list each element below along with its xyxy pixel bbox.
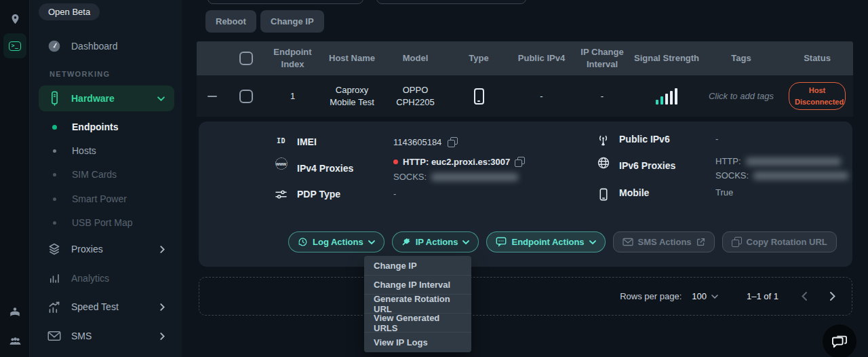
sidebar-item-speed-test[interactable]: Speed Test (39, 295, 174, 318)
sidebar-item-dashboard[interactable]: Dashboard (39, 35, 174, 58)
menu-item-view-ip-logs[interactable]: View IP Logs (364, 333, 471, 352)
bullet-dot-icon (53, 173, 56, 176)
mobile-phone-icon (474, 88, 484, 105)
col-tags[interactable]: Tags (701, 52, 781, 64)
globe-www-icon: www (272, 157, 290, 182)
terminal-icon[interactable]: >_ (3, 33, 26, 58)
pagination-range: 1–1 of 1 (747, 291, 778, 301)
cell-status: Host Disconnected (781, 82, 853, 110)
cell-host-name: Caproxy Mobile Test (320, 84, 384, 108)
team-icon[interactable] (0, 337, 30, 346)
sidebar-item-smart-power[interactable]: Smart Power (39, 187, 174, 210)
id-icon: ID (272, 136, 290, 147)
plug-icon (401, 238, 411, 247)
col-model[interactable]: Model (384, 52, 447, 64)
row-checkbox[interactable] (227, 90, 265, 103)
sidebar-item-label: USB Port Map (72, 217, 132, 228)
sms-actions-button[interactable]: SMS Actions (613, 231, 715, 252)
trend-chart-icon (47, 301, 62, 313)
detail-row-pdp-type: PDP Type - (272, 189, 564, 200)
http-proxy-value: HTTP: euc2.proxi.es:3007 (403, 157, 510, 167)
sidebar-item-hardware[interactable]: Hardware (39, 86, 174, 111)
mobile-phone-icon (594, 187, 612, 201)
chevron-down-icon (157, 96, 165, 101)
cell-endpoint-index: 1 (265, 90, 320, 102)
cell-type (447, 88, 511, 105)
endpoint-actions-button[interactable]: Endpoint Actions (486, 231, 605, 252)
ip-actions-button[interactable]: IP Actions (392, 231, 479, 252)
location-pin-icon[interactable] (0, 12, 30, 26)
col-public-ipv4[interactable]: Public IPv4 (511, 52, 572, 64)
select-all-checkbox[interactable] (227, 52, 265, 65)
app-root: >_ Open Beta Dashboard NETWORKING Hardwa… (0, 0, 868, 357)
col-signal-strength[interactable]: Signal Strength (632, 52, 701, 64)
previous-page-button[interactable] (802, 292, 807, 301)
button-label: SMS Actions (638, 237, 692, 247)
bullet-dot-icon (53, 198, 56, 201)
log-actions-button[interactable]: Log Actions (288, 231, 384, 252)
http-proxy-line: HTTP: euc2.proxi.es:3007 (393, 157, 525, 167)
button-label: Copy Rotation URL (747, 237, 827, 247)
sidebar-item-hosts[interactable]: Hosts (39, 139, 174, 162)
envelope-icon (623, 238, 633, 246)
redacted-value (746, 157, 841, 166)
table-header: Endpoint Index Host Name Model Type Publ… (197, 41, 853, 75)
col-type[interactable]: Type (447, 52, 511, 64)
sidebar-item-analytics[interactable]: Analytics (39, 267, 174, 290)
menu-item-change-ip-interval[interactable]: Change IP Interval (364, 276, 471, 295)
copy-icon[interactable] (515, 157, 525, 167)
add-tags-field[interactable]: Click to add tags (701, 90, 781, 102)
support-agent-icon[interactable] (0, 307, 30, 318)
cell-model: OPPO CPH2205 (384, 84, 447, 108)
hardware-icon (47, 91, 62, 106)
menu-item-change-ip[interactable]: Change IP (364, 257, 471, 276)
public-ipv6-value: - (715, 134, 718, 147)
detail-label: IPv6 Proxies (612, 156, 715, 181)
col-host-name[interactable]: Host Name (320, 52, 384, 64)
col-endpoint-index[interactable]: Endpoint Index (265, 46, 320, 70)
sidebar-item-sim-cards[interactable]: SIM Cards (39, 163, 174, 186)
sidebar-item-proxies[interactable]: Proxies (39, 238, 174, 261)
cell-ip-change-interval: - (572, 90, 632, 102)
imei-value: 1143605184 (393, 137, 441, 147)
collapse-row-button[interactable] (197, 96, 227, 97)
detail-label: PDP Type (290, 189, 393, 200)
next-page-button[interactable] (830, 292, 835, 301)
clock-history-icon (298, 237, 308, 247)
copy-icon[interactable] (448, 137, 458, 147)
sidebar-item-endpoints[interactable]: Endpoints (39, 115, 174, 138)
sidebar-item-label: Hardware (71, 93, 115, 104)
filter-input[interactable] (376, 0, 526, 4)
action-buttons-row: Log Actions IP Actions Endpoint Actions (288, 231, 837, 252)
chat-bubbles-icon (831, 334, 848, 349)
rows-per-page-select[interactable]: 100 (692, 291, 718, 301)
button-label: Endpoint Actions (511, 237, 584, 247)
table-row: 1 Caproxy Mobile Test OPPO CPH2205 - - C… (197, 75, 853, 117)
menu-item-generate-rotation-url[interactable]: Generate Rotation URL (364, 295, 471, 314)
table-footer: Rows per page: 100 1–1 of 1 (199, 277, 852, 316)
filter-input[interactable] (208, 0, 363, 4)
detail-label: Mobile (612, 187, 715, 201)
chevron-down-icon (462, 240, 469, 244)
offline-dot-icon (393, 159, 398, 164)
sidebar-item-label: SIM Cards (72, 169, 117, 180)
sidebar-item-label: Dashboard (71, 41, 118, 52)
sidebar-item-sms[interactable]: SMS (39, 324, 174, 347)
menu-item-view-generated-urls[interactable]: View Generated URLS (364, 314, 471, 333)
sidebar-item-label: Hosts (72, 145, 96, 156)
detail-row-ipv6-proxies: IPv6 Proxies HTTP: SOCKS: (594, 156, 852, 181)
pdp-value: - (393, 189, 396, 200)
change-ip-button[interactable]: Change IP (260, 10, 324, 33)
reboot-button[interactable]: Reboot (205, 10, 256, 33)
bullet-dot-icon (52, 125, 57, 130)
col-status[interactable]: Status (781, 52, 853, 64)
chevron-down-icon (711, 295, 718, 299)
chevron-right-icon (160, 246, 165, 253)
chevron-right-icon (160, 333, 165, 340)
sidebar-item-usb-port-map[interactable]: USB Port Map (39, 211, 174, 234)
copy-rotation-url-button[interactable]: Copy Rotation URL (722, 231, 837, 252)
col-ip-change-interval[interactable]: IP Change Interval (572, 46, 632, 70)
chat-launcher-button[interactable] (823, 324, 856, 357)
chevron-down-icon (368, 240, 375, 244)
detail-right-column: Public IPv6 - IPv6 Proxies HTTP: SOCKS: (594, 134, 852, 210)
